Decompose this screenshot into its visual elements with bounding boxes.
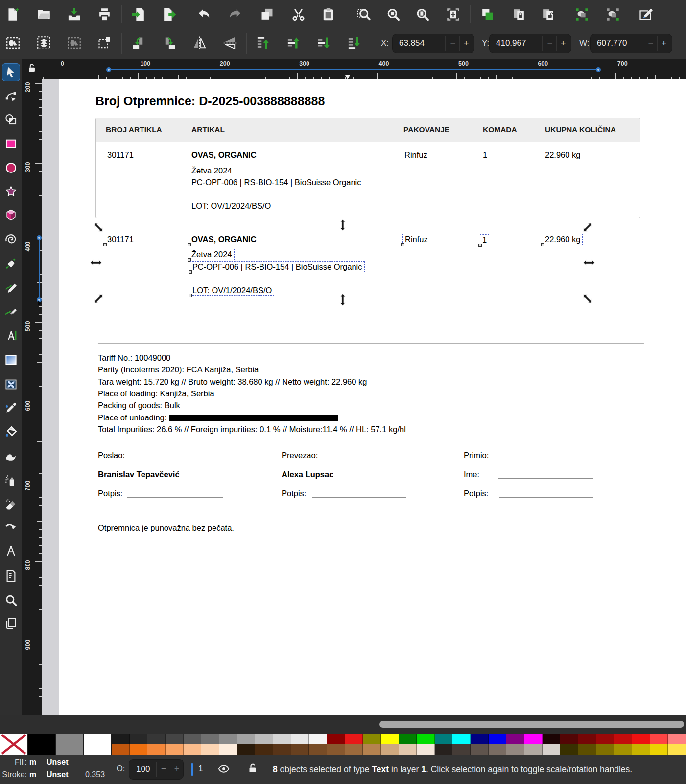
- palette-swatch[interactable]: [543, 744, 561, 755]
- selection-handle-n[interactable]: [336, 219, 349, 231]
- tool-spray[interactable]: [2, 472, 20, 490]
- palette-swatch[interactable]: [201, 734, 219, 744]
- palette-swatch[interactable]: [345, 744, 363, 755]
- palette-swatch[interactable]: [184, 744, 202, 755]
- palette-swatch[interactable]: [291, 734, 309, 744]
- tool-pages[interactable]: [2, 614, 20, 633]
- selected-text-object[interactable]: 301171: [105, 234, 136, 245]
- opacity-increase-button[interactable]: +: [170, 764, 183, 774]
- tool-shape-builder[interactable]: [2, 110, 20, 128]
- palette-swatch[interactable]: [112, 744, 130, 755]
- palette-swatch[interactable]: [650, 744, 668, 755]
- duplicate-button[interactable]: [476, 3, 498, 25]
- tool-dropper[interactable]: [2, 399, 20, 417]
- tool-calligraphy[interactable]: [2, 302, 20, 320]
- palette-swatch[interactable]: [345, 734, 363, 744]
- x-increase-button[interactable]: +: [460, 38, 473, 49]
- layer-lock-icon[interactable]: [247, 762, 260, 776]
- y-increase-button[interactable]: +: [557, 38, 569, 49]
- tool-measure[interactable]: [2, 542, 20, 560]
- palette-swatch[interactable]: [237, 734, 256, 744]
- selected-text-object[interactable]: OVAS, ORGANIC: [189, 234, 259, 245]
- fill-indicator[interactable]: Fill: m Unset: [0, 758, 118, 770]
- canvas[interactable]: Broj Otpremnice: D-2025-003888888888 BRO…: [42, 79, 686, 715]
- selection-handle-w[interactable]: [90, 256, 102, 269]
- palette-swatch[interactable]: [650, 734, 668, 744]
- selected-text-object[interactable]: РС-ОРГ-006 | RS-BIO-154 | BioSuisse Orga…: [190, 261, 365, 272]
- palette-swatch[interactable]: [506, 744, 524, 755]
- layer-visibility-icon[interactable]: [217, 762, 231, 776]
- selection-handle-e[interactable]: [583, 256, 595, 269]
- palette-swatch[interactable]: [399, 744, 417, 755]
- palette-swatch[interactable]: [184, 734, 202, 744]
- palette-swatch[interactable]: [596, 744, 615, 755]
- tool-eraser[interactable]: [2, 496, 20, 514]
- select-all-button[interactable]: [2, 32, 24, 53]
- y-decrease-button[interactable]: −: [544, 38, 556, 49]
- palette-swatch[interactable]: [84, 734, 112, 755]
- palette-swatch[interactable]: [452, 734, 471, 744]
- lower-to-bottom-button[interactable]: [343, 32, 365, 53]
- paste-button[interactable]: [317, 3, 339, 25]
- w-decrease-button[interactable]: −: [644, 38, 657, 49]
- palette-swatch[interactable]: [147, 734, 166, 744]
- palette-swatch[interactable]: [309, 744, 327, 755]
- palette-swatch[interactable]: [201, 744, 219, 755]
- palette-swatch[interactable]: [596, 734, 615, 744]
- palette-swatch[interactable]: [668, 744, 686, 755]
- palette-swatch[interactable]: [363, 744, 381, 755]
- palette-swatch[interactable]: [543, 734, 561, 744]
- raise-to-top-button[interactable]: [252, 32, 274, 53]
- tool-zoom[interactable]: [2, 591, 20, 610]
- tool-gradient[interactable]: [2, 351, 20, 369]
- create-clone-button[interactable]: [508, 3, 529, 25]
- selection-handle-se[interactable]: [581, 293, 594, 305]
- copy-button[interactable]: [256, 3, 278, 25]
- stroke-indicator[interactable]: Stroke: m Unset 0.353: [0, 770, 118, 782]
- fill-stroke-dialog-button[interactable]: [635, 3, 656, 25]
- palette-swatch[interactable]: [219, 744, 237, 755]
- palette-swatch[interactable]: [130, 744, 148, 755]
- guide-lock-icon[interactable]: [26, 63, 37, 75]
- select-all-layers-button[interactable]: [33, 32, 54, 53]
- tool-star[interactable]: [2, 183, 20, 201]
- tool-node-editor[interactable]: [2, 87, 20, 105]
- palette-swatch[interactable]: [219, 734, 237, 744]
- selected-text-object[interactable]: 1: [480, 234, 489, 245]
- y-coordinate-field[interactable]: 410.967−+: [489, 34, 571, 53]
- palette-swatch[interactable]: [632, 734, 650, 744]
- palette-swatch[interactable]: [614, 744, 632, 755]
- palette-swatch[interactable]: [166, 744, 184, 755]
- zoom-drawing-button[interactable]: [382, 3, 403, 25]
- unlink-clone-button[interactable]: [537, 3, 559, 25]
- palette-swatch[interactable]: [632, 744, 650, 755]
- palette-swatch[interactable]: [166, 734, 184, 744]
- selected-text-object[interactable]: 22.960 kg: [543, 234, 583, 245]
- selection-handle-s[interactable]: [336, 294, 349, 306]
- tool-selector[interactable]: [2, 63, 20, 81]
- new-document-button[interactable]: [2, 3, 24, 25]
- raise-button[interactable]: [283, 32, 304, 53]
- palette-swatch[interactable]: [112, 734, 130, 744]
- horizontal-scrollbar[interactable]: [379, 721, 684, 728]
- opacity-spinbox[interactable]: 100 − +: [129, 759, 184, 780]
- tool-ellipse[interactable]: [2, 159, 20, 177]
- selection-handle-nw[interactable]: [92, 221, 105, 234]
- palette-swatch[interactable]: [471, 734, 489, 744]
- tool-spiral[interactable]: [2, 230, 20, 248]
- palette-swatch[interactable]: [28, 734, 56, 755]
- tool-pen[interactable]: [2, 255, 20, 273]
- toggle-selection-cue-button[interactable]: [94, 32, 115, 53]
- palette-swatch[interactable]: [506, 734, 524, 744]
- w-coordinate-field[interactable]: 607.770−+: [590, 34, 672, 53]
- tool-rectangle[interactable]: [2, 135, 20, 153]
- tool-paint-bucket[interactable]: [2, 423, 20, 441]
- palette-swatch[interactable]: [489, 744, 507, 755]
- group-objects-button[interactable]: [571, 3, 592, 25]
- tool-connector[interactable]: [2, 518, 20, 537]
- x-value[interactable]: 63.854: [399, 38, 425, 48]
- import-document-button[interactable]: [128, 3, 149, 25]
- tool-page[interactable]: [2, 567, 20, 585]
- palette-swatch[interactable]: [452, 744, 471, 755]
- selected-text-object[interactable]: LOT: OV/1/2024/BS/O: [190, 285, 274, 296]
